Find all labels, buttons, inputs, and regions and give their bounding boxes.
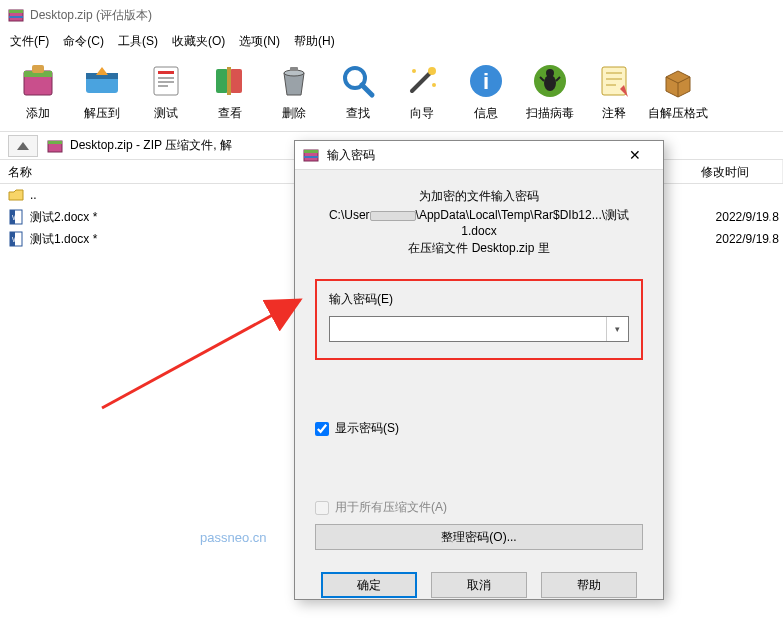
extract-button[interactable]: 解压到: [72, 57, 132, 127]
column-modified[interactable]: 修改时间: [693, 160, 783, 183]
password-input[interactable]: [330, 317, 606, 341]
svg-point-27: [544, 75, 556, 91]
svg-point-21: [428, 67, 436, 75]
show-password-box[interactable]: [315, 422, 329, 436]
wand-icon: [402, 61, 442, 101]
redacted-mask: [370, 211, 416, 221]
add-button[interactable]: 添加: [8, 57, 68, 127]
dialog-titlebar[interactable]: 输入密码 ✕: [295, 141, 663, 170]
svg-text:W: W: [12, 214, 19, 221]
virus-scan-button[interactable]: 扫描病毒: [520, 57, 580, 127]
box-icon: [658, 61, 698, 101]
use-for-all-checkbox[interactable]: 用于所有压缩文件(A): [315, 499, 643, 516]
find-button[interactable]: 查找: [328, 57, 388, 127]
svg-line-19: [362, 85, 372, 95]
info-button[interactable]: i 信息: [456, 57, 516, 127]
dialog-message: 为加密的文件输入密码: [315, 188, 643, 205]
nav-up-button[interactable]: [8, 135, 38, 157]
show-password-checkbox[interactable]: 显示密码(S): [315, 420, 643, 437]
svg-text:i: i: [483, 69, 489, 94]
docx-icon: W: [8, 231, 24, 247]
password-dialog: 输入密码 ✕ 为加密的文件输入密码 C:\User\AppData\Local\…: [294, 140, 664, 600]
svg-rect-14: [230, 69, 242, 93]
view-icon: [210, 61, 250, 101]
help-button[interactable]: 帮助: [541, 572, 637, 598]
watermark: passneo.cn: [200, 530, 267, 545]
test-icon: [146, 61, 186, 101]
svg-rect-15: [227, 67, 231, 95]
comment-button[interactable]: 注释: [584, 57, 644, 127]
winrar-icon: [303, 147, 319, 163]
svg-rect-2: [9, 16, 23, 18]
extract-icon: [82, 61, 122, 101]
svg-text:W: W: [12, 236, 19, 243]
svg-rect-5: [32, 65, 44, 73]
breadcrumb-path[interactable]: Desktop.zip - ZIP 压缩文件, 解: [70, 137, 232, 154]
menu-file[interactable]: 文件(F): [4, 31, 55, 52]
use-for-all-box[interactable]: [315, 501, 329, 515]
trash-icon: [274, 61, 314, 101]
menu-help[interactable]: 帮助(H): [288, 31, 341, 52]
dialog-title: 输入密码: [327, 147, 615, 164]
archive-icon: [46, 137, 64, 155]
svg-rect-17: [290, 67, 298, 71]
svg-rect-45: [304, 150, 318, 153]
svg-point-22: [412, 69, 416, 73]
svg-line-20: [412, 71, 432, 91]
test-button[interactable]: 测试: [136, 57, 196, 127]
svg-rect-12: [158, 85, 168, 87]
menu-favorites[interactable]: 收藏夹(O): [166, 31, 231, 52]
toolbar: 添加 解压到 测试 查看 删除 查找 向导 i 信息 扫描病毒 注释 自解压格式: [0, 52, 783, 132]
svg-rect-46: [304, 156, 318, 158]
docx-icon: W: [8, 209, 24, 225]
winrar-icon: [8, 7, 24, 23]
window-titlebar: Desktop.zip (评估版本): [0, 0, 783, 30]
folder-up-icon: [8, 187, 24, 203]
svg-rect-9: [158, 71, 174, 74]
svg-rect-10: [158, 77, 174, 79]
dialog-archive-line: 在压缩文件 Desktop.zip 里: [315, 240, 643, 257]
password-group: 输入密码(E) ▾: [315, 279, 643, 360]
cancel-button[interactable]: 取消: [431, 572, 527, 598]
ok-button[interactable]: 确定: [321, 572, 417, 598]
search-icon: [338, 61, 378, 101]
archive-add-icon: [18, 61, 58, 101]
menu-commands[interactable]: 命令(C): [57, 31, 110, 52]
password-history-dropdown[interactable]: ▾: [606, 317, 628, 341]
sfx-button[interactable]: 自解压格式: [648, 57, 708, 127]
info-icon: i: [466, 61, 506, 101]
file-modified: 2022/9/19 8: [716, 206, 783, 228]
menu-options[interactable]: 选项(N): [233, 31, 286, 52]
window-title: Desktop.zip (评估版本): [30, 7, 152, 24]
dialog-path: C:\User\AppData\Local\Temp\Rar$DIb12...\…: [315, 207, 643, 238]
svg-point-23: [432, 83, 436, 87]
svg-rect-37: [48, 141, 62, 144]
svg-line-47: [102, 300, 300, 408]
view-button[interactable]: 查看: [200, 57, 260, 127]
organize-passwords-button[interactable]: 整理密码(O)...: [315, 524, 643, 550]
svg-rect-11: [158, 81, 174, 83]
close-button[interactable]: ✕: [615, 141, 655, 169]
dialog-footer: 确定 取消 帮助: [295, 558, 663, 614]
svg-rect-1: [9, 10, 23, 13]
menu-bar: 文件(F) 命令(C) 工具(S) 收藏夹(O) 选项(N) 帮助(H): [0, 30, 783, 52]
file-modified: 2022/9/19 8: [716, 228, 783, 250]
svg-point-28: [546, 69, 554, 77]
delete-button[interactable]: 删除: [264, 57, 324, 127]
comment-icon: [594, 61, 634, 101]
svg-rect-13: [216, 69, 228, 93]
bug-icon: [530, 61, 570, 101]
password-label: 输入密码(E): [329, 291, 629, 308]
menu-tools[interactable]: 工具(S): [112, 31, 164, 52]
wizard-button[interactable]: 向导: [392, 57, 452, 127]
